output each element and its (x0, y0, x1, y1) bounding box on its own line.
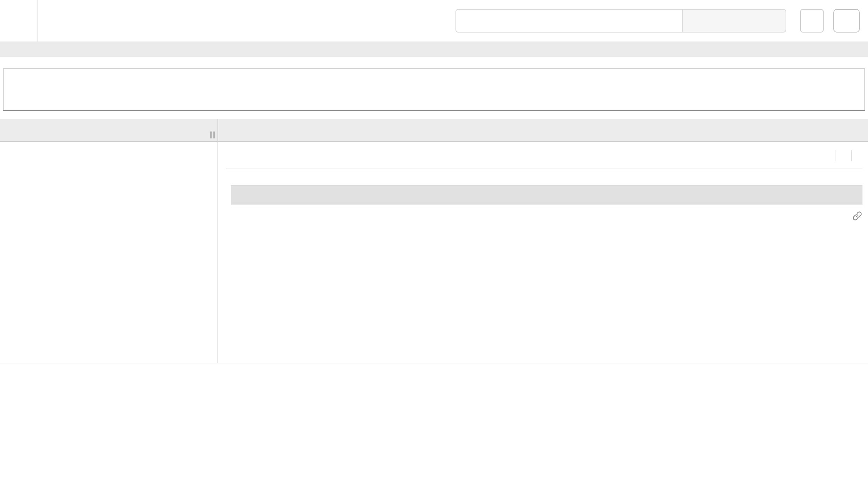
timeline-ruler (218, 119, 868, 141)
span-detail-row (0, 142, 868, 363)
logs-section (231, 185, 862, 205)
span-rows (0, 142, 868, 497)
span-duration (835, 150, 851, 161)
find-input[interactable] (455, 9, 682, 33)
span-service (819, 150, 835, 161)
trace-timeline-page (0, 0, 868, 498)
find-group (455, 9, 786, 33)
span-detail-accent (70, 142, 218, 363)
view-type-dropdown[interactable] (833, 9, 860, 33)
copy-link-icon[interactable] (852, 211, 862, 221)
span-start-time (851, 150, 862, 161)
trace-summary-bar (0, 42, 868, 57)
detail-divider (226, 169, 862, 169)
span-detail-gutter (0, 142, 218, 363)
keyboard-shortcuts-button[interactable] (800, 9, 824, 33)
minimap-canvas[interactable] (3, 69, 865, 111)
span-color-strip (67, 142, 70, 363)
back-button[interactable] (0, 0, 38, 42)
span-meta (819, 150, 862, 162)
span-detail-panel (218, 142, 868, 363)
timeline-header (0, 119, 868, 142)
span-detail-header (226, 150, 862, 162)
column-resize-handle[interactable] (210, 132, 215, 138)
service-operation-header (0, 119, 218, 141)
top-bar (0, 0, 868, 42)
span-id-row (226, 211, 862, 221)
minimap-tick-labels (0, 57, 868, 69)
find-tools (682, 9, 786, 33)
logs-body (231, 204, 862, 205)
logs-header[interactable] (231, 186, 862, 204)
